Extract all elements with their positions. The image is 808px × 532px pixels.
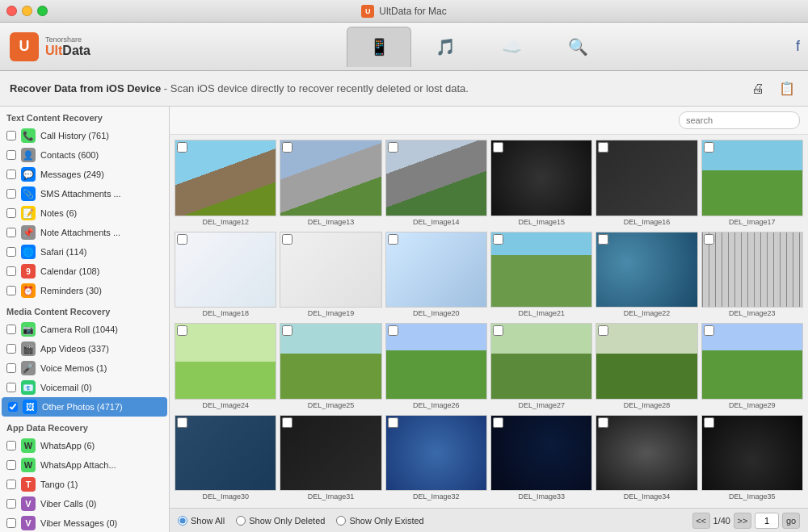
sidebar-item-other-photos[interactable]: 🖼 Other Photos (4717) — [2, 397, 167, 417]
facebook-icon[interactable]: f — [796, 38, 800, 55]
calendar-checkbox[interactable] — [6, 266, 16, 276]
photo-thumbnail[interactable] — [280, 323, 381, 400]
sidebar-item-safari[interactable]: 🌐 Safari (114) — [0, 242, 169, 262]
sidebar-item-note-attachments[interactable]: 📌 Note Attachments ... — [0, 223, 169, 242]
photo-checkbox[interactable] — [704, 142, 714, 153]
photo-thumbnail[interactable] — [490, 323, 592, 400]
contacts-checkbox[interactable] — [6, 150, 16, 160]
show-existed-option[interactable]: Show Only Existed — [336, 516, 423, 526]
photo-checkbox[interactable] — [177, 417, 187, 428]
photo-checkbox[interactable] — [282, 325, 292, 336]
photo-checkbox[interactable] — [177, 234, 187, 245]
reminders-checkbox[interactable] — [6, 286, 16, 295]
first-page-button[interactable]: << — [692, 513, 710, 529]
photo-thumbnail[interactable] — [595, 323, 697, 400]
whatsapp-attach-checkbox[interactable] — [6, 460, 16, 470]
tab-itunes[interactable]: 🎵 — [413, 27, 478, 67]
photo-checkbox[interactable] — [282, 234, 292, 245]
viber-calls-checkbox[interactable] — [6, 499, 16, 509]
minimize-button[interactable] — [22, 6, 32, 16]
sidebar-item-messages[interactable]: 💬 Messages (249) — [0, 165, 169, 184]
sidebar-item-tango[interactable]: T Tango (1) — [0, 475, 169, 494]
photo-thumbnail[interactable] — [385, 415, 487, 492]
photo-thumbnail[interactable] — [175, 323, 276, 400]
viber-messages-checkbox[interactable] — [6, 518, 16, 528]
photo-checkbox[interactable] — [493, 417, 503, 428]
sidebar-item-whatsapp-attach[interactable]: W WhatsApp Attach... — [0, 455, 169, 475]
photo-checkbox[interactable] — [177, 142, 187, 153]
sidebar-item-voicemail[interactable]: 📧 Voicemail (0) — [0, 378, 169, 397]
close-button[interactable] — [6, 6, 17, 16]
photo-thumbnail[interactable] — [490, 140, 592, 216]
sidebar-item-whatsapp[interactable]: W WhatsApp (6) — [0, 436, 169, 455]
tab-icloud[interactable]: ☁️ — [479, 27, 544, 67]
go-button[interactable]: go — [782, 513, 800, 529]
sidebar-item-app-videos[interactable]: 🎬 App Videos (337) — [0, 339, 169, 358]
voice-memos-checkbox[interactable] — [6, 363, 16, 373]
camera-roll-checkbox[interactable] — [6, 325, 16, 334]
photo-checkbox[interactable] — [704, 325, 714, 336]
photo-checkbox[interactable] — [388, 142, 398, 153]
sms-attachments-checkbox[interactable] — [6, 189, 16, 199]
photo-checkbox[interactable] — [493, 142, 503, 153]
photo-thumbnail[interactable] — [701, 140, 803, 216]
photo-thumbnail[interactable] — [701, 232, 803, 308]
print-button[interactable]: 🖨 — [747, 77, 769, 100]
photo-checkbox[interactable] — [704, 234, 714, 245]
app-videos-checkbox[interactable] — [6, 344, 16, 354]
tab-ios-device[interactable]: 📱 — [347, 27, 411, 67]
photo-thumbnail[interactable] — [175, 232, 276, 308]
photo-thumbnail[interactable] — [490, 232, 592, 308]
messages-checkbox[interactable] — [6, 170, 16, 179]
notes-checkbox[interactable] — [6, 208, 16, 218]
photo-checkbox[interactable] — [493, 325, 503, 336]
photo-thumbnail[interactable] — [280, 415, 381, 492]
sidebar-item-calendar[interactable]: 9 Calendar (108) — [0, 262, 169, 281]
photo-checkbox[interactable] — [177, 325, 187, 336]
show-all-radio[interactable] — [178, 516, 187, 526]
search-input[interactable] — [679, 111, 800, 129]
note-attachments-checkbox[interactable] — [6, 228, 16, 237]
tab-search[interactable]: 🔍 — [545, 27, 610, 67]
photo-checkbox[interactable] — [598, 234, 608, 245]
call-history-checkbox[interactable] — [6, 131, 16, 140]
photo-thumbnail[interactable] — [385, 232, 487, 308]
photo-thumbnail[interactable] — [175, 415, 276, 492]
sidebar-item-sms-attachments[interactable]: 📎 SMS Attachments ... — [0, 184, 169, 203]
photo-checkbox[interactable] — [282, 142, 292, 153]
window-controls[interactable] — [6, 6, 48, 16]
sidebar-item-reminders[interactable]: ⏰ Reminders (30) — [0, 281, 169, 300]
show-existed-radio[interactable] — [336, 516, 346, 526]
photo-checkbox[interactable] — [704, 417, 714, 428]
safari-checkbox[interactable] — [6, 247, 16, 257]
photo-thumbnail[interactable] — [385, 140, 487, 216]
photo-thumbnail[interactable] — [490, 415, 592, 492]
maximize-button[interactable] — [37, 6, 48, 16]
export-button[interactable]: 📋 — [776, 77, 798, 100]
photo-thumbnail[interactable] — [385, 323, 487, 400]
sidebar-item-viber-messages[interactable]: V Viber Messages (0) — [0, 513, 169, 532]
photo-thumbnail[interactable] — [175, 140, 276, 216]
photo-checkbox[interactable] — [598, 142, 608, 153]
photo-checkbox[interactable] — [388, 234, 398, 245]
photo-checkbox[interactable] — [282, 417, 292, 428]
page-number-input[interactable] — [755, 513, 779, 529]
show-deleted-radio[interactable] — [236, 516, 246, 526]
photo-thumbnail[interactable] — [595, 232, 697, 308]
photo-checkbox[interactable] — [598, 325, 608, 336]
sidebar-item-voice-memos[interactable]: 🎤 Voice Memos (1) — [0, 358, 169, 378]
sidebar-item-viber-calls[interactable]: V Viber Calls (0) — [0, 494, 169, 513]
photo-checkbox[interactable] — [493, 234, 503, 245]
photo-thumbnail[interactable] — [701, 415, 803, 492]
photo-thumbnail[interactable] — [701, 323, 803, 400]
sidebar-item-contacts[interactable]: 👤 Contacts (600) — [0, 145, 169, 165]
sidebar-item-notes[interactable]: 📝 Notes (6) — [0, 203, 169, 223]
photo-checkbox[interactable] — [388, 325, 398, 336]
tango-checkbox[interactable] — [6, 480, 16, 489]
photo-thumbnail[interactable] — [280, 232, 381, 308]
photo-thumbnail[interactable] — [280, 140, 381, 216]
sidebar-item-camera-roll[interactable]: 📷 Camera Roll (1044) — [0, 320, 169, 339]
show-all-option[interactable]: Show All — [178, 516, 225, 526]
voicemail-checkbox[interactable] — [6, 383, 16, 392]
other-photos-checkbox[interactable] — [8, 402, 18, 412]
